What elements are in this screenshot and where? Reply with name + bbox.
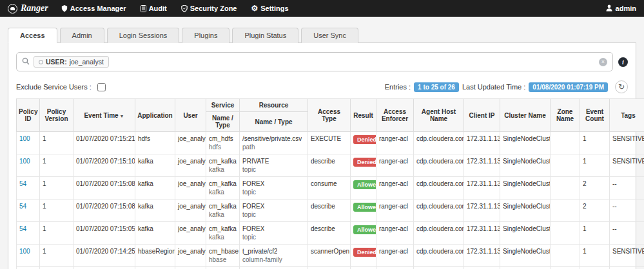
cell-tags: -- [610,222,644,245]
nav-item-audit[interactable]: Audit [141,5,167,12]
cell-resource: t_forex/cf2column-family [240,267,308,269]
table-row: 54101/07/2020 07:15:05 PMkafkajoe_analys… [17,222,644,245]
audit-table: Policy ID Policy Version Event Time▼ App… [16,98,644,269]
cell-resource: FOREXtopic [240,222,308,245]
cell-result: Allowed [351,177,376,199]
cell-client-ip: 172.31.1.131 [464,132,500,154]
cell-cluster-name: SingleNodeCluster [500,154,551,177]
nav-item-settings[interactable]: ⚙ Settings [251,5,288,12]
sort-caret-icon: ▼ [120,114,124,118]
nav-item-access-manager[interactable]: Access Manager [61,5,126,12]
controls-row: Exclude Service Users : Entries : 1 to 2… [16,80,628,93]
resource-name: /sensitive/private.csv [242,135,305,142]
user-menu[interactable]: admin [606,5,636,13]
policy-id-link[interactable]: 100 [19,135,30,142]
policy-id-link[interactable]: 54 [19,203,26,210]
cell-result: Allowed [351,267,376,269]
cell-access-type: consume [308,177,351,199]
service-type: hdfs [209,144,237,151]
result-badge: Allowed [353,180,376,189]
col-resource-name-type: Name / Type [240,112,308,132]
tab-user-sync[interactable]: User Sync [301,28,358,43]
col-service-group: Service [206,99,240,112]
service-name: cm_kafka [209,225,237,232]
resource-name: FOREX [242,225,305,232]
cell-agent-host-name: cdp.cloudera.com [414,267,464,269]
cell-policy-id: 54 [17,177,40,199]
policy-id-link[interactable]: 100 [19,248,30,255]
result-badge: Allowed [353,203,376,212]
gear-icon: ⚙ [251,5,258,12]
cell-result: Denied [351,154,376,177]
cell-event-time: 01/07/2020 07:15:05 PM [73,222,135,245]
cell-agent-host-name: cdp.cloudera.com [414,222,464,245]
cell-client-ip: 172.31.1.131 [464,154,500,177]
cell-user: joe_analyst [175,177,206,199]
clear-search-icon[interactable]: × [599,58,607,66]
cell-user: joe_analyst [175,154,206,177]
cell-application: hbaseRegional [135,267,175,269]
cell-user: joe_analyst [175,267,206,269]
info-icon[interactable]: i [618,57,628,67]
resource-type: topic [242,211,305,218]
cell-event-time: 01/07/2020 07:15:10 PM [73,154,135,177]
resource-name: t_private/cf2 [242,248,305,255]
shield-icon [61,5,68,12]
col-event-time[interactable]: Event Time▼ [73,99,135,132]
table-row: 40101/07/2020 07:14:15 PMhbaseRegionaljo… [17,267,644,269]
cell-client-ip: 172.31.1.131 [464,222,500,245]
top-navbar: Ranger Access Manager Audit Security Zon… [0,0,644,17]
search-input[interactable]: USER: joe_analyst × [16,52,613,71]
cell-agent-host-name: cdp.cloudera.com [414,245,464,267]
cell-agent-host-name: cdp.cloudera.com [414,177,464,199]
tab-plugin-status[interactable]: Plugin Status [232,28,298,43]
resource-type: path [242,144,305,151]
cell-zone-name [551,245,580,267]
policy-id-link[interactable]: 100 [19,158,30,165]
cell-service: cm_kafkakafka [206,154,240,177]
cell-resource: t_private/cf2column-family [240,245,308,267]
cell-zone-name [551,222,580,245]
nav-item-security-zone[interactable]: Security Zone [181,5,237,12]
cell-access-enforcer: ranger-acl [376,222,414,245]
cell-event-count: 1 [580,154,610,177]
table-row: 100101/07/2020 07:14:25 PMhbaseRegionalj… [17,245,644,267]
cell-event-time: 01/07/2020 07:15:08 PM [73,199,135,222]
table-row: 100101/07/2020 07:15:21 PMhdfsjoe_analys… [17,132,644,154]
cell-application: hbaseRegional [135,245,175,267]
ranger-brand[interactable]: Ranger [8,3,48,14]
cell-client-ip: 172.31.1.131 [464,199,500,222]
refresh-button[interactable]: ↻ [615,80,628,93]
cell-access-enforcer: ranger-acl [376,199,414,222]
tab-access[interactable]: Access [8,28,57,43]
resource-type: topic [242,166,305,173]
cell-event-time: 01/07/2020 07:15:21 PM [73,132,135,154]
tab-bar: AccessAdminLogin SessionsPluginsPlugin S… [8,27,636,43]
resource-type: topic [242,234,305,241]
policy-id-link[interactable]: 54 [19,225,26,232]
result-badge: Denied [353,135,376,144]
cell-resource: FOREXtopic [240,177,308,199]
cell-user: joe_analyst [175,222,206,245]
cell-application: hdfs [135,132,175,154]
cell-policy-version: 1 [40,267,73,269]
cell-access-type: describe [308,199,351,222]
tab-plugins[interactable]: Plugins [182,28,229,43]
tab-login-sessions[interactable]: Login Sessions [107,28,180,43]
search-token[interactable]: USER: joe_analyst [34,56,109,68]
exclude-service-users-checkbox[interactable] [97,83,106,91]
cell-access-type: describe [308,154,351,177]
cell-zone-name [551,267,580,269]
cell-policy-id: 100 [17,154,40,177]
cell-zone-name [551,177,580,199]
audit-panel: USER: joe_analyst × i Exclude Service Us… [8,43,636,269]
cell-event-time: 01/07/2020 07:14:25 PM [73,245,135,267]
cell-policy-id: 40 [17,267,40,269]
col-policy-version: Policy Version [40,99,73,132]
cell-event-time: 01/07/2020 07:15:08 PM [73,177,135,199]
tab-admin[interactable]: Admin [60,28,104,43]
token-dot-icon [39,60,43,64]
policy-id-link[interactable]: 54 [19,180,26,187]
cell-client-ip: 172.31.1.131 [464,177,500,199]
cell-policy-id: 100 [17,245,40,267]
